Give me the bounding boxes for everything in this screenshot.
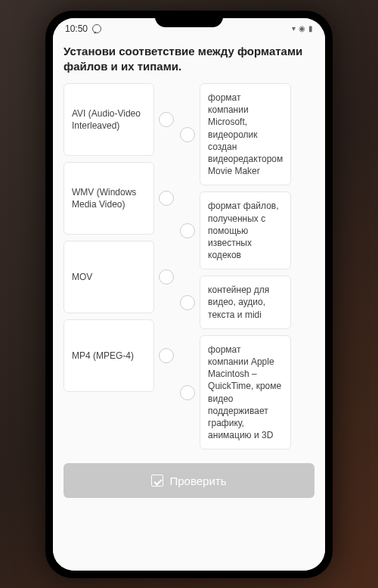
checkmark-icon — [151, 474, 163, 487]
connector-dot-left[interactable] — [159, 348, 174, 363]
left-option-label: AVI (Audio-Video Interleaved) — [72, 107, 146, 132]
left-option-card[interactable]: MOV — [64, 241, 154, 313]
connector-dot-right[interactable] — [180, 295, 195, 310]
phone-frame: 10:50 ▾ ◉ ▮ Установи соответствие между … — [45, 11, 333, 578]
right-option-label: контейнер для видео, аудио, текста и mid… — [208, 284, 283, 321]
whatsapp-icon — [92, 24, 101, 33]
phone-screen: 10:50 ▾ ◉ ▮ Установи соответствие между … — [53, 18, 325, 571]
right-option-card[interactable]: формат компании Microsoft, видеоролик со… — [200, 83, 291, 185]
left-option-label: MOV — [72, 271, 92, 283]
check-button-label: Проверить — [169, 474, 226, 487]
phone-notch — [155, 11, 223, 27]
matching-grid: AVI (Audio-Video Interleaved) WMV (Windo… — [64, 83, 314, 450]
connector-dot-left[interactable] — [159, 191, 174, 206]
status-wifi-icon: ◉ — [299, 24, 305, 33]
status-signal-icon: ▮ — [308, 24, 313, 33]
connector-dot-right[interactable] — [180, 223, 195, 238]
status-network-icon: ▾ — [292, 24, 296, 33]
left-column: AVI (Audio-Video Interleaved) WMV (Windo… — [64, 83, 174, 450]
status-time: 10:50 — [65, 23, 88, 34]
right-option-card[interactable]: формат компании Apple Macintosh – QuickT… — [200, 335, 291, 450]
left-option-card[interactable]: AVI (Audio-Video Interleaved) — [64, 83, 154, 156]
check-button[interactable]: Проверить — [64, 463, 314, 498]
right-option-label: формат компании Apple Macintosh – QuickT… — [208, 344, 283, 442]
left-option-card[interactable]: WMV (Windows Media Video) — [64, 162, 154, 235]
right-option-card[interactable]: контейнер для видео, аудио, текста и mid… — [200, 275, 291, 329]
connector-dot-left[interactable] — [159, 112, 174, 127]
question-title: Установи соответствие между форматами фа… — [64, 44, 314, 75]
right-option-label: формат файлов, полученных с помощью изве… — [208, 200, 283, 261]
connector-dot-left[interactable] — [159, 269, 174, 285]
right-column: формат компании Microsoft, видеоролик со… — [180, 83, 291, 450]
connector-dot-right[interactable] — [180, 127, 195, 142]
right-option-label: формат компании Microsoft, видеоролик со… — [208, 92, 283, 177]
right-option-card[interactable]: формат файлов, полученных с помощью изве… — [200, 191, 291, 269]
left-option-label: WMV (Windows Media Video) — [72, 186, 146, 210]
left-option-label: MP4 (MPEG-4) — [72, 350, 134, 362]
connector-dot-right[interactable] — [180, 385, 195, 400]
left-option-card[interactable]: MP4 (MPEG-4) — [64, 319, 154, 392]
content-area: Установи соответствие между форматами фа… — [53, 39, 325, 571]
